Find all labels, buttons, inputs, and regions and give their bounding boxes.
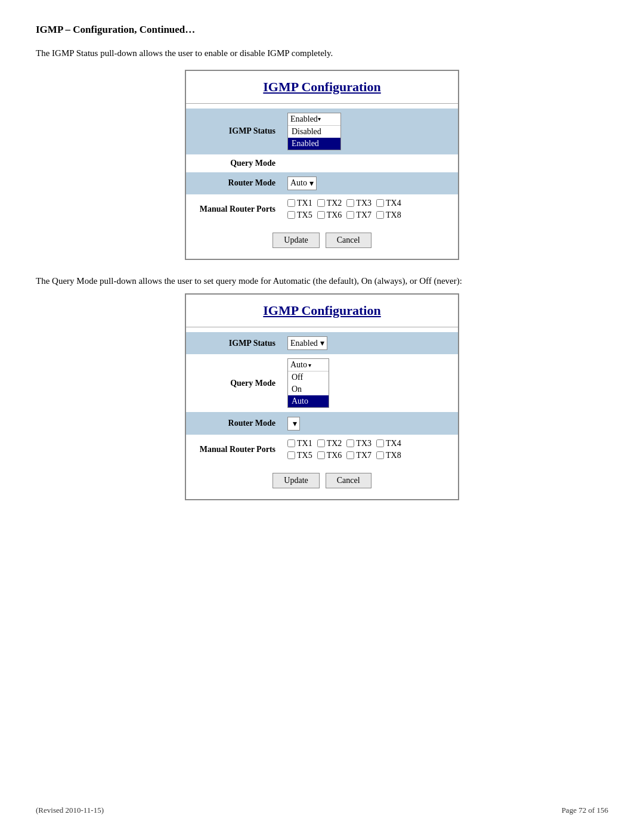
query-mode-row-1: Query Mode <box>186 154 458 172</box>
port-tx6-1[interactable]: TX6 <box>317 210 342 220</box>
port-tx5-1[interactable]: TX5 <box>287 210 312 220</box>
port-tx3-checkbox-2[interactable] <box>346 439 354 447</box>
igmp-status-label-2: IGMP Status <box>186 332 281 354</box>
igmp-config-title-1: IGMP Configuration <box>186 71 458 104</box>
footer-right: Page 72 of 156 <box>562 806 608 815</box>
igmp-config-title-2: IGMP Configuration <box>186 295 458 327</box>
port-tx7-checkbox-2[interactable] <box>346 451 354 459</box>
query-mode-selected-2[interactable]: Auto ▾ <box>288 359 329 371</box>
query-dropdown-arrow-2: ▾ <box>308 362 326 368</box>
port-tx6-2[interactable]: TX6 <box>317 451 342 460</box>
igmp-status-selected-1[interactable]: Enabled ▾ <box>288 113 340 126</box>
dropdown-option-enabled-1[interactable]: Enabled <box>288 138 340 150</box>
port-tx2-1[interactable]: TX2 <box>317 199 342 208</box>
igmp-status-value-1[interactable]: Enabled ▾ Disabled Enabled <box>281 109 458 154</box>
dropdown-option-disabled-1[interactable]: Disabled <box>288 126 340 138</box>
button-row-1: Update Cancel <box>186 233 458 248</box>
port-tx1-2[interactable]: TX1 <box>287 439 312 448</box>
query-mode-label-1: Query Mode <box>186 154 281 172</box>
update-button-2[interactable]: Update <box>273 473 319 488</box>
router-mode-arrow-1: ▾ <box>309 178 314 188</box>
footer-left: (Revised 2010-11-15) <box>36 806 104 815</box>
port-tx2-2[interactable]: TX2 <box>317 439 342 448</box>
footer: (Revised 2010-11-15) Page 72 of 156 <box>36 806 608 815</box>
manual-ports-value-2: TX1 TX2 TX3 TX4 TX5 TX6 TX7 TX8 <box>281 435 458 465</box>
router-mode-row-2: Router Mode ▾ <box>186 412 458 435</box>
port-tx1-checkbox-2[interactable] <box>287 439 295 447</box>
port-tx5-checkbox-1[interactable] <box>287 211 295 219</box>
ports-row1-2: TX1 TX2 TX3 TX4 <box>287 439 452 448</box>
ports-row1-1: TX1 TX2 TX3 TX4 <box>287 199 452 208</box>
query-mode-label-2: Query Mode <box>186 354 281 412</box>
dropdown-option-auto-2[interactable]: Auto <box>288 395 329 407</box>
port-tx8-1[interactable]: TX8 <box>376 210 401 220</box>
port-tx3-1[interactable]: TX3 <box>346 199 371 208</box>
ports-row2-2: TX5 TX6 TX7 TX8 <box>287 451 452 460</box>
description-text-1: The IGMP Status pull-down allows the use… <box>36 47 608 60</box>
igmp-status-label-1: IGMP Status <box>186 109 281 154</box>
dropdown-arrow-1: ▾ <box>318 116 338 122</box>
router-mode-value-1[interactable]: Auto ▾ <box>281 172 458 194</box>
port-tx6-checkbox-2[interactable] <box>317 451 325 459</box>
port-tx6-checkbox-1[interactable] <box>317 211 325 219</box>
port-tx4-1[interactable]: TX4 <box>376 199 401 208</box>
router-mode-dropdown-2[interactable]: ▾ <box>287 417 300 431</box>
port-tx8-2[interactable]: TX8 <box>376 451 401 460</box>
igmp-status-dropdown-1[interactable]: Enabled ▾ Disabled Enabled <box>287 113 341 150</box>
port-tx2-checkbox-2[interactable] <box>317 439 325 447</box>
port-tx1-1[interactable]: TX1 <box>287 199 312 208</box>
igmp-status-dropdown-2[interactable]: Enabled ▾ <box>287 336 327 350</box>
config-table-2: IGMP Status Enabled ▾ Query Mode Auto ▾ … <box>186 332 458 465</box>
manual-ports-label-2: Manual Router Ports <box>186 435 281 465</box>
router-mode-value-2[interactable]: ▾ <box>281 412 458 435</box>
cancel-button-2[interactable]: Cancel <box>326 473 371 488</box>
port-tx4-checkbox-1[interactable] <box>376 199 384 207</box>
manual-ports-value-1: TX1 TX2 TX3 TX4 TX5 TX6 TX7 TX8 <box>281 194 458 224</box>
page-title: IGMP – Configuration, Continued… <box>36 24 608 36</box>
port-tx7-1[interactable]: TX7 <box>346 210 371 220</box>
query-mode-dropdown-2[interactable]: Auto ▾ Off On Auto <box>287 358 329 408</box>
port-tx3-checkbox-1[interactable] <box>346 199 354 207</box>
igmp-config-box-2: IGMP Configuration IGMP Status Enabled ▾… <box>185 293 459 500</box>
dropdown-option-on-2[interactable]: On <box>288 383 329 395</box>
igmp-status-selected-2: Enabled <box>290 339 318 348</box>
router-mode-dropdown-1[interactable]: Auto ▾ <box>287 176 317 190</box>
manual-ports-label-1: Manual Router Ports <box>186 194 281 224</box>
manual-ports-row-1: Manual Router Ports TX1 TX2 TX3 TX4 TX5 … <box>186 194 458 224</box>
ports-container-2: TX1 TX2 TX3 TX4 TX5 TX6 TX7 TX8 <box>287 439 452 460</box>
igmp-status-value-2[interactable]: Enabled ▾ <box>281 332 458 354</box>
manual-ports-row-2: Manual Router Ports TX1 TX2 TX3 TX4 TX5 … <box>186 435 458 465</box>
port-tx5-2[interactable]: TX5 <box>287 451 312 460</box>
cancel-button-1[interactable]: Cancel <box>326 233 371 248</box>
port-tx4-checkbox-2[interactable] <box>376 439 384 447</box>
dropdown-option-off-2[interactable]: Off <box>288 371 329 383</box>
ports-container-1: TX1 TX2 TX3 TX4 TX5 TX6 TX7 TX8 <box>287 199 452 220</box>
update-button-1[interactable]: Update <box>273 233 319 248</box>
igmp-config-box-1: IGMP Configuration IGMP Status Enabled ▾… <box>185 70 459 260</box>
port-tx7-2[interactable]: TX7 <box>346 451 371 460</box>
port-tx4-2[interactable]: TX4 <box>376 439 401 448</box>
port-tx5-checkbox-2[interactable] <box>287 451 295 459</box>
ports-row2-1: TX5 TX6 TX7 TX8 <box>287 210 452 220</box>
router-mode-label-1: Router Mode <box>186 172 281 194</box>
igmp-status-arrow-2: ▾ <box>320 338 324 348</box>
router-mode-row-1: Router Mode Auto ▾ <box>186 172 458 194</box>
port-tx2-checkbox-1[interactable] <box>317 199 325 207</box>
router-mode-arrow-2: ▾ <box>293 419 297 429</box>
description-text-2: The Query Mode pull-down allows the user… <box>36 274 608 288</box>
port-tx1-checkbox-1[interactable] <box>287 199 295 207</box>
port-tx3-2[interactable]: TX3 <box>346 439 371 448</box>
config-table-1: IGMP Status Enabled ▾ Disabled Enabled Q… <box>186 109 458 224</box>
query-mode-value-2[interactable]: Auto ▾ Off On Auto <box>281 354 458 412</box>
router-mode-label-2: Router Mode <box>186 412 281 435</box>
query-mode-value-1 <box>281 154 458 172</box>
igmp-status-row-1: IGMP Status Enabled ▾ Disabled Enabled <box>186 109 458 154</box>
button-row-2: Update Cancel <box>186 473 458 488</box>
query-mode-row-2: Query Mode Auto ▾ Off On Auto <box>186 354 458 412</box>
port-tx8-checkbox-1[interactable] <box>376 211 384 219</box>
igmp-status-row-2: IGMP Status Enabled ▾ <box>186 332 458 354</box>
port-tx7-checkbox-1[interactable] <box>346 211 354 219</box>
port-tx8-checkbox-2[interactable] <box>376 451 384 459</box>
